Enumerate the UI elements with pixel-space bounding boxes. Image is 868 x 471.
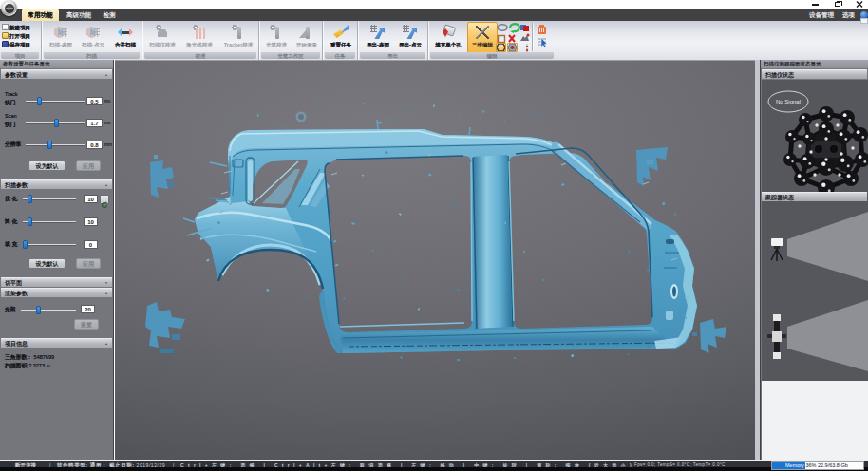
svg-text:No Signal: No Signal [776,99,801,104]
